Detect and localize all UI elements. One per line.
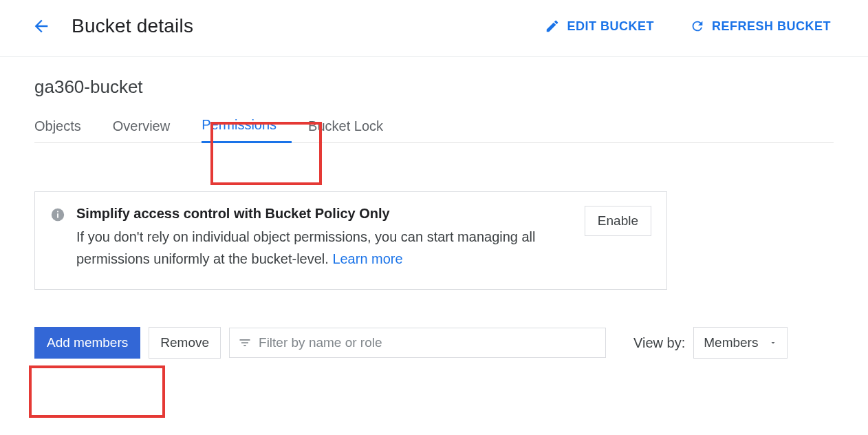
- permissions-toolbar: Add members Remove View by: Members: [34, 327, 834, 359]
- tab-overview[interactable]: Overview: [113, 109, 185, 142]
- svg-rect-1: [57, 213, 58, 218]
- tab-bar: Objects Overview Permissions Bucket Lock: [34, 107, 834, 143]
- tab-objects[interactable]: Objects: [34, 109, 96, 142]
- bucket-name: ga360-bucket: [34, 76, 834, 98]
- refresh-bucket-button[interactable]: REFRESH BUCKET: [680, 14, 840, 38]
- info-icon: [50, 207, 67, 224]
- page-title: Bucket details: [72, 15, 193, 37]
- info-card: Simplify access control with Bucket Poli…: [34, 191, 667, 290]
- pencil-icon: [545, 19, 560, 34]
- view-by-label: View by:: [633, 335, 685, 351]
- page-header: Bucket details EDIT BUCKET REFRESH BUCKE…: [0, 0, 868, 57]
- filter-input[interactable]: [259, 335, 597, 350]
- refresh-icon: [690, 19, 705, 34]
- info-body-text: If you don't rely on individual object p…: [76, 229, 536, 266]
- tab-permissions[interactable]: Permissions: [202, 107, 292, 143]
- info-body: If you don't rely on individual object p…: [76, 226, 560, 270]
- edit-bucket-button[interactable]: EDIT BUCKET: [535, 14, 664, 38]
- dropdown-icon: [769, 339, 777, 347]
- edit-bucket-label: EDIT BUCKET: [567, 19, 654, 34]
- arrow-back-icon: [32, 17, 51, 36]
- learn-more-link[interactable]: Learn more: [332, 251, 402, 266]
- refresh-bucket-label: REFRESH BUCKET: [712, 19, 831, 34]
- tab-bucket-lock[interactable]: Bucket Lock: [308, 109, 398, 142]
- back-button[interactable]: [28, 12, 55, 40]
- info-title: Simplify access control with Bucket Poli…: [76, 206, 560, 222]
- svg-rect-2: [57, 211, 58, 213]
- enable-button[interactable]: Enable: [585, 206, 651, 236]
- view-by-select[interactable]: Members: [693, 327, 788, 359]
- remove-button[interactable]: Remove: [149, 327, 221, 359]
- content-area: ga360-bucket Objects Overview Permission…: [0, 57, 868, 378]
- view-by-value: Members: [704, 335, 758, 350]
- info-text: Simplify access control with Bucket Poli…: [76, 206, 560, 270]
- filter-icon: [238, 336, 252, 350]
- add-members-button[interactable]: Add members: [34, 327, 140, 359]
- filter-box[interactable]: [229, 328, 606, 358]
